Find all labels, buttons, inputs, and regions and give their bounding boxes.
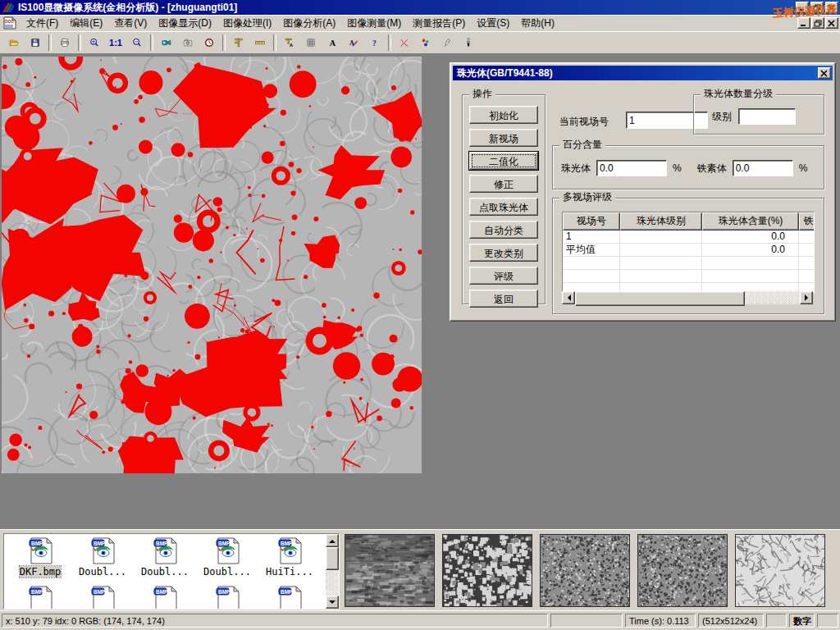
- menu-view[interactable]: 查看(V): [108, 15, 153, 32]
- change-class-button[interactable]: 更改类别: [469, 244, 538, 262]
- bmp-file-icon[interactable]: BMP: [276, 586, 304, 609]
- table-row[interactable]: [563, 257, 814, 270]
- bmp-file-icon[interactable]: BMP: [214, 586, 241, 609]
- col-field-no[interactable]: 视场号: [563, 212, 620, 231]
- init-button[interactable]: 初始化: [469, 106, 538, 124]
- menu-help[interactable]: 帮助(H): [515, 15, 560, 32]
- scroll-up-button[interactable]: [326, 534, 339, 547]
- mdi-restore-button[interactable]: [811, 17, 824, 29]
- zoom-out-button[interactable]: [126, 33, 148, 52]
- file-list[interactable]: BMP DKF.bmp BMP Doubl... BMP Doubl... BM…: [3, 533, 340, 609]
- help-button[interactable]: ?: [364, 33, 386, 52]
- rating-table-header: 视场号 珠光体级别 珠光体含量(%) 铁素体含量(%): [563, 212, 814, 231]
- save-button[interactable]: [25, 33, 46, 52]
- pearlite-percent-input[interactable]: [596, 160, 667, 176]
- scroll-thumb[interactable]: [575, 291, 745, 306]
- thumbnail-image[interactable]: [637, 534, 728, 607]
- zoom-in-button[interactable]: [84, 33, 105, 52]
- mdi-minimize-button[interactable]: [797, 17, 810, 29]
- bmp-file-icon[interactable]: BMP: [152, 586, 179, 609]
- bmp-file-icon[interactable]: BMP: [27, 586, 54, 609]
- timer-button[interactable]: [199, 33, 220, 52]
- micrograph-image[interactable]: [2, 57, 422, 473]
- file-item[interactable]: BMP Doubl...: [134, 537, 196, 578]
- file-item[interactable]: BMP Doubl...: [71, 537, 134, 578]
- dialog-close-button[interactable]: [818, 67, 831, 79]
- pen-tool-button[interactable]: [436, 33, 458, 52]
- menu-file[interactable]: 文件(F): [21, 15, 64, 32]
- menu-settings[interactable]: 设置(S): [471, 15, 515, 32]
- text-annotation-button[interactable]: A: [322, 33, 343, 52]
- snapshot-button[interactable]: [177, 33, 199, 52]
- menu-image-measure[interactable]: 图像测量(M): [341, 15, 407, 32]
- file-name[interactable]: HuiTi...: [266, 566, 313, 578]
- auto-classify-button[interactable]: 自动分类: [469, 221, 538, 239]
- correct-button[interactable]: 修正: [469, 175, 538, 193]
- table-row[interactable]: [563, 270, 814, 283]
- brush-tool-button[interactable]: [458, 33, 479, 52]
- menu-measure-report[interactable]: 测量报告(P): [407, 15, 471, 32]
- menu-image-display[interactable]: 图像显示(D): [153, 15, 217, 32]
- file-name[interactable]: Doubl...: [141, 566, 189, 578]
- curve-tool-button[interactable]: [394, 33, 415, 52]
- file-item[interactable]: BMP HuiTi...: [258, 537, 321, 578]
- restore-button[interactable]: [810, 2, 824, 13]
- save-floppy-icon: [30, 34, 40, 51]
- new-field-button[interactable]: 新视场: [469, 129, 538, 147]
- ferrite-percent-input[interactable]: [733, 160, 793, 176]
- thumbnail-image[interactable]: [345, 534, 435, 607]
- actual-size-button[interactable]: 1:1: [105, 33, 126, 52]
- ruler-measure-button[interactable]: [249, 33, 271, 52]
- thumbnail-image[interactable]: [442, 534, 532, 607]
- print-button[interactable]: [54, 33, 75, 52]
- dialog-title-bar[interactable]: 珠光体(GB/T9441-88): [453, 66, 833, 80]
- col-pearlite-content[interactable]: 珠光体含量(%): [702, 212, 799, 231]
- menu-edit[interactable]: 编辑(E): [64, 15, 108, 32]
- level-input[interactable]: [738, 108, 796, 125]
- scroll-thumb[interactable]: [326, 547, 339, 570]
- pearlite-dialog[interactable]: 珠光体(GB/T9441-88) 操作 初始化 新视场 二值化 修正 点取珠光体…: [450, 62, 836, 322]
- col-ferrite-content[interactable]: 铁素体含量(%): [799, 212, 815, 231]
- file-item[interactable]: BMP DKF.bmp: [9, 537, 71, 578]
- file-item[interactable]: BMP Doubl...: [196, 537, 258, 578]
- table-row[interactable]: 1 0.0: [563, 231, 814, 244]
- toolbar-separator: [48, 34, 52, 51]
- thumbnail-image[interactable]: [540, 534, 630, 607]
- scroll-right-button[interactable]: [800, 291, 813, 304]
- menu-image-analysis[interactable]: 图像分析(A): [277, 15, 341, 32]
- file-name[interactable]: Doubl...: [79, 566, 126, 578]
- cell-pearlite: 0.0: [702, 244, 799, 257]
- scroll-down-button[interactable]: [326, 596, 339, 609]
- rating-table[interactable]: 视场号 珠光体级别 珠光体含量(%) 铁素体含量(%) 1 0.0 平均值: [562, 212, 815, 293]
- minimize-button[interactable]: [796, 2, 809, 13]
- measure-label-button[interactable]: A: [279, 33, 300, 52]
- document-icon[interactable]: DOC: [2, 16, 17, 30]
- edit-annotation-button[interactable]: A: [343, 33, 364, 52]
- scroll-track[interactable]: [745, 291, 800, 304]
- binarize-button[interactable]: 二值化: [469, 152, 538, 170]
- grade-button[interactable]: 评级: [469, 267, 538, 285]
- phase-particles-button[interactable]: [415, 33, 436, 52]
- scroll-left-button[interactable]: [562, 291, 575, 304]
- caliper-measure-button[interactable]: [228, 33, 249, 52]
- bmp-file-icon[interactable]: BMP: [89, 586, 116, 609]
- thumbnail-image[interactable]: [735, 534, 825, 607]
- scroll-track[interactable]: [326, 570, 339, 596]
- pick-pearlite-button[interactable]: 点取珠光体: [469, 198, 538, 216]
- mdi-close-button[interactable]: [825, 17, 838, 29]
- status-mode: 数字: [789, 614, 815, 628]
- table-h-scrollbar[interactable]: [562, 291, 813, 304]
- grid-overlay-button[interactable]: [300, 33, 322, 52]
- file-name[interactable]: DKF.bmp: [20, 566, 62, 578]
- video-capture-button[interactable]: [156, 33, 177, 52]
- open-button[interactable]: [3, 33, 25, 52]
- file-name[interactable]: Doubl...: [203, 566, 251, 578]
- menu-image-processing[interactable]: 图像处理(I): [217, 15, 277, 32]
- brush-icon: [463, 34, 473, 51]
- table-row[interactable]: 平均值 0.0: [563, 244, 814, 257]
- col-pearlite-grade[interactable]: 珠光体级别: [620, 212, 702, 231]
- close-button[interactable]: [825, 2, 838, 13]
- return-button[interactable]: 返回: [469, 290, 538, 308]
- title-bar[interactable]: IS100显微摄像系统(金相分析版) - [zhuguangti01]: [0, 0, 840, 15]
- file-list-scrollbar[interactable]: [326, 534, 339, 609]
